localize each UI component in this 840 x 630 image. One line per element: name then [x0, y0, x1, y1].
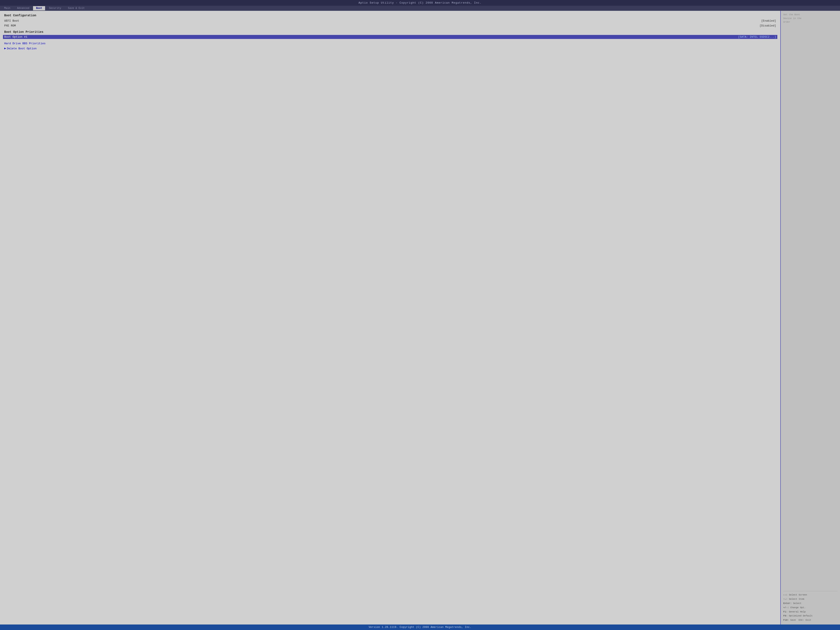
boot-config-header: Boot Configuration: [4, 14, 776, 17]
arrow-icon: ►: [4, 47, 6, 50]
key-help-select-item: ↑↓: Select Item: [783, 597, 837, 602]
tab-boot[interactable]: Boot: [33, 6, 45, 10]
delete-boot-option-row[interactable]: ► Delete Boot Option: [4, 46, 776, 51]
boot-option-1-value: [SATA: INTEL SSDSC2...]: [738, 35, 776, 38]
key-help-select-screen: ←→: Select Screen: [783, 593, 837, 597]
help-description: Set the BootDevice in theOrder: [783, 13, 837, 24]
key-help-enter: Enter: Select: [783, 602, 837, 606]
uefi-boot-label: UEFI Boot: [4, 19, 19, 22]
uefi-boot-row[interactable]: UEFI Boot [Enabled]: [4, 18, 776, 23]
title-bar: Aptio Setup Utility - Copyright (C) 2008…: [0, 0, 840, 6]
pxe-rom-label: PXE ROM: [4, 24, 16, 27]
status-text: Version 1.28.1119. Copyright (C) 2008 Am…: [369, 626, 471, 629]
main-content: Boot Configuration UEFI Boot [Enabled] P…: [0, 11, 840, 625]
nav-bar: Main Advanced Boot Security Save & Exit: [0, 6, 840, 11]
hdd-bbs-row[interactable]: Hard Drive BBS Priorities: [4, 41, 776, 46]
tab-security[interactable]: Security: [46, 6, 64, 10]
uefi-boot-value: [Enabled]: [761, 19, 776, 22]
boot-option-1-label: Boot Option #1: [4, 35, 27, 38]
tab-save-exit[interactable]: Save & Exit: [65, 6, 88, 10]
key-help-section: ←→: Select Screen ↑↓: Select Item Enter:…: [783, 591, 837, 622]
key-help-f1: F1: General Help: [783, 610, 837, 614]
key-help-change: +/-: Change Opt.: [783, 606, 837, 610]
delete-boot-option-label: Delete Boot Option: [7, 47, 36, 50]
section-boot-priorities: Boot Option Priorities Boot Option #1 [S…: [4, 30, 776, 39]
left-panel: Boot Configuration UEFI Boot [Enabled] P…: [0, 11, 781, 625]
pxe-rom-value: [Disabled]: [759, 24, 776, 27]
right-panel: Set the BootDevice in theOrder ←→: Selec…: [781, 11, 840, 625]
key-help-f10: F10: Save ESC: Exit: [783, 618, 837, 622]
status-bar: Version 1.28.1119. Copyright (C) 2008 Am…: [0, 625, 840, 630]
bios-screen: Aptio Setup Utility - Copyright (C) 2008…: [0, 0, 840, 630]
title-text: Aptio Setup Utility - Copyright (C) 2008…: [358, 1, 482, 5]
boot-priorities-header: Boot Option Priorities: [4, 30, 776, 34]
tab-main[interactable]: Main: [1, 6, 13, 10]
hdd-bbs-label: Hard Drive BBS Priorities: [4, 42, 46, 45]
key-help-f9: F9: Optimized Default: [783, 614, 837, 618]
boot-option-1-row[interactable]: Boot Option #1 [SATA: INTEL SSDSC2...]: [3, 35, 777, 39]
section-boot-config: Boot Configuration UEFI Boot [Enabled] P…: [4, 14, 776, 28]
pxe-rom-row[interactable]: PXE ROM [Disabled]: [4, 23, 776, 28]
tab-advanced[interactable]: Advanced: [14, 6, 32, 10]
